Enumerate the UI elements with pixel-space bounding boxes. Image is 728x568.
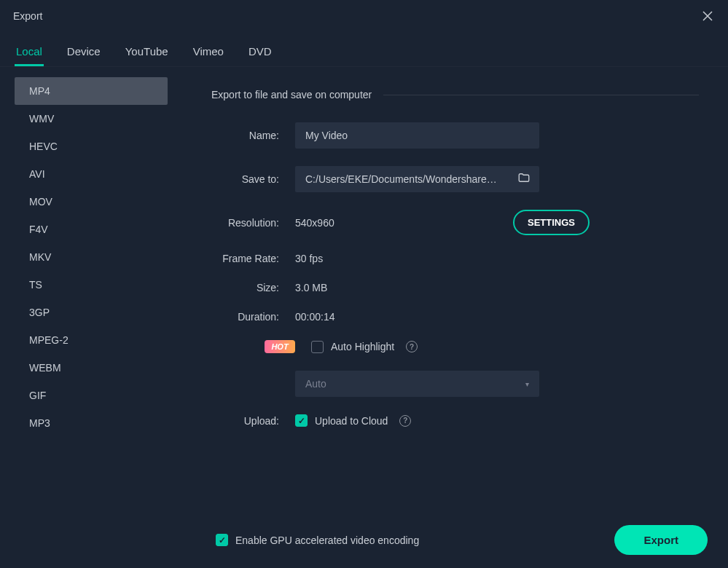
auto-highlight-checkbox[interactable] — [311, 341, 324, 353]
folder-icon — [517, 171, 531, 184]
export-button[interactable]: Export — [614, 525, 708, 555]
close-icon — [702, 11, 713, 21]
save-to-label: Save to: — [211, 173, 295, 185]
format-hevc[interactable]: HEVC — [15, 133, 168, 160]
upload-label: Upload: — [211, 415, 295, 427]
format-mpeg2[interactable]: MPEG-2 — [15, 326, 168, 354]
tabs: Local Device YouTube Vimeo DVD — [0, 32, 728, 67]
section-title: Export to file and save on computer — [211, 89, 372, 100]
titlebar: Export — [0, 0, 728, 32]
format-mov[interactable]: MOV — [15, 188, 168, 216]
format-sidebar: MP4 WMV HEVC AVI MOV F4V MKV TS 3GP MPEG… — [0, 67, 182, 512]
name-input[interactable] — [295, 122, 539, 149]
divider — [383, 95, 699, 95]
format-mkv[interactable]: MKV — [15, 243, 168, 271]
auto-highlight-help-icon[interactable]: ? — [406, 341, 418, 352]
duration-value: 00:00:14 — [295, 311, 335, 323]
format-webm[interactable]: WEBM — [15, 354, 168, 382]
close-button[interactable] — [700, 9, 715, 23]
duration-label: Duration: — [211, 311, 295, 323]
format-mp4[interactable]: MP4 — [15, 77, 168, 105]
resolution-label: Resolution: — [211, 217, 295, 229]
upload-cloud-checkbox[interactable] — [295, 414, 308, 427]
tab-youtube[interactable]: YouTube — [124, 38, 170, 66]
settings-button[interactable]: SETTINGS — [513, 210, 590, 235]
tab-dvd[interactable]: DVD — [247, 38, 273, 66]
window-title: Export — [13, 10, 42, 22]
format-ts[interactable]: TS — [15, 271, 168, 299]
tab-vimeo[interactable]: Vimeo — [192, 38, 225, 66]
framerate-label: Frame Rate: — [211, 253, 295, 264]
gpu-checkbox[interactable] — [216, 534, 228, 546]
size-label: Size: — [211, 282, 295, 293]
hot-badge: HOT — [265, 340, 295, 353]
auto-highlight-label: Auto Highlight — [331, 341, 394, 352]
browse-folder-button[interactable] — [509, 171, 539, 187]
upload-help-icon[interactable]: ? — [399, 415, 411, 427]
format-avi[interactable]: AVI — [15, 160, 168, 188]
footer: Enable GPU accelerated video encoding Ex… — [0, 512, 728, 568]
content-pane: Export to file and save on computer Name… — [182, 67, 728, 512]
tab-device[interactable]: Device — [66, 38, 102, 66]
name-label: Name: — [211, 130, 295, 141]
gpu-label: Enable GPU accelerated video encoding — [235, 535, 419, 546]
chevron-down-icon: ▾ — [525, 380, 529, 388]
highlight-select[interactable]: Auto ▾ — [295, 371, 539, 397]
tab-local[interactable]: Local — [15, 38, 44, 66]
size-value: 3.0 MB — [295, 282, 327, 293]
format-gif[interactable]: GIF — [15, 382, 168, 409]
framerate-value: 30 fps — [295, 253, 323, 264]
save-to-path[interactable]: C:/Users/EKE/Documents/Wondershare/W — [295, 166, 509, 192]
format-wmv[interactable]: WMV — [15, 105, 168, 133]
upload-cloud-label: Upload to Cloud — [315, 415, 388, 427]
format-f4v[interactable]: F4V — [15, 216, 168, 243]
highlight-select-value: Auto — [305, 378, 326, 390]
format-3gp[interactable]: 3GP — [15, 299, 168, 326]
resolution-value: 540x960 — [295, 217, 334, 229]
format-mp3[interactable]: MP3 — [15, 409, 168, 437]
